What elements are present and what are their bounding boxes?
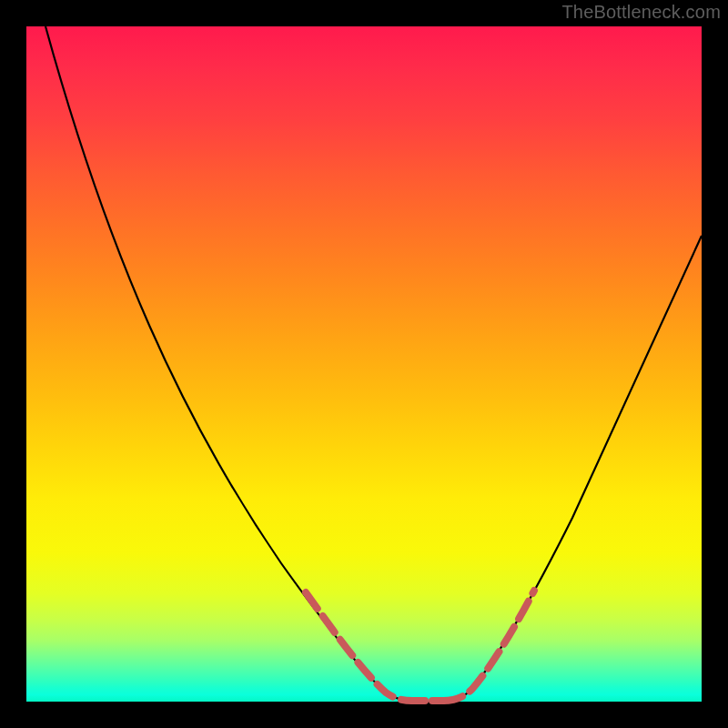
- curve-dash-right: [443, 591, 534, 701]
- curve-right-branch: [443, 236, 702, 701]
- bottleneck-curve: [26, 26, 702, 702]
- curve-dash-left: [306, 592, 412, 701]
- watermark-text: TheBottleneck.com: [561, 2, 721, 23]
- curve-left-branch: [46, 26, 412, 701]
